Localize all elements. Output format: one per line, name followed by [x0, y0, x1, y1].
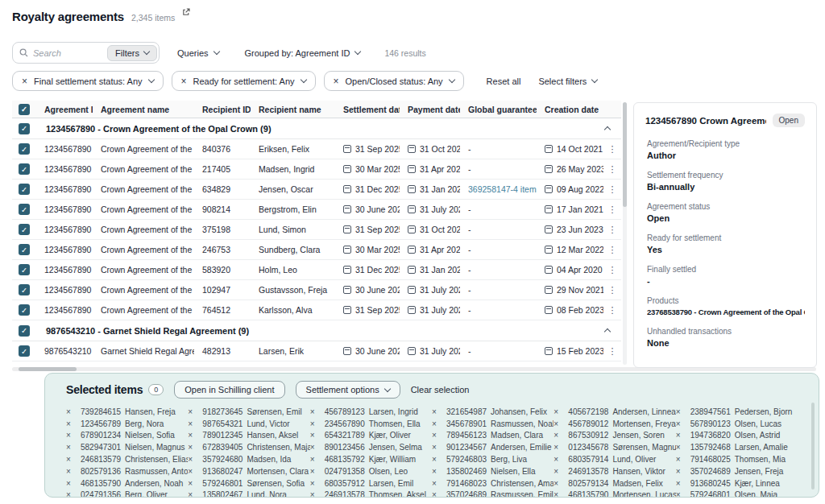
row-checkbox[interactable]: ✓	[19, 244, 30, 255]
close-icon[interactable]: ×	[432, 479, 439, 488]
kebab-menu-icon[interactable]: ⋮	[603, 346, 621, 357]
row-checkbox[interactable]: ✓	[19, 184, 30, 195]
close-icon[interactable]: ×	[310, 467, 317, 476]
close-icon[interactable]: ×	[676, 455, 683, 464]
filters-button[interactable]: Filters	[107, 45, 157, 61]
close-icon[interactable]: ×	[188, 419, 195, 428]
chevron-up-icon[interactable]	[604, 126, 611, 133]
close-icon[interactable]: ×	[310, 455, 317, 464]
close-icon[interactable]: ×	[676, 419, 683, 428]
close-icon[interactable]: ×	[66, 467, 73, 476]
table-row[interactable]: ✓1234567890Crown Agreement of the Opa...…	[12, 139, 621, 159]
close-icon[interactable]: ×	[66, 419, 73, 428]
table-row[interactable]: ✓1234567890Crown Agreement of the Opa...…	[12, 280, 621, 300]
column-header-global-guarantee[interactable]: Global guarantee ?	[460, 105, 537, 114]
table-row[interactable]: ✓1234567890Crown Agreement of the Opa...…	[12, 300, 621, 320]
reset-all-button[interactable]: Reset all	[487, 76, 521, 86]
close-icon[interactable]: ×	[188, 443, 195, 452]
group-header-row[interactable]: ✓1234567890 - Crown Agreement of the Opa…	[12, 118, 621, 139]
queries-dropdown[interactable]: Queries	[177, 48, 219, 58]
close-icon[interactable]: ×	[66, 490, 73, 498]
close-icon[interactable]: ×	[676, 490, 683, 498]
grouped-by-dropdown[interactable]: Grouped by: Agreement ID	[245, 48, 361, 58]
close-icon[interactable]: ×	[432, 467, 439, 476]
close-icon[interactable]: ×	[181, 76, 187, 86]
scrollbar-thumb[interactable]	[19, 367, 77, 371]
column-header-agreement-id[interactable]: Agreement ID	[36, 105, 93, 114]
row-checkbox[interactable]: ✓	[19, 143, 30, 155]
external-link-icon[interactable]	[182, 8, 190, 16]
table-row[interactable]: ✓1234567890Crown Agreement of the Opa...…	[12, 240, 621, 260]
close-icon[interactable]: ×	[188, 467, 195, 476]
table-row[interactable]: ✓1234567890Crown Agreement of the Opa...…	[12, 180, 621, 200]
close-icon[interactable]: ×	[432, 407, 439, 416]
close-icon[interactable]: ×	[334, 76, 339, 86]
search-box[interactable]: Filters	[12, 42, 160, 64]
column-header-recipient-name[interactable]: Recipient name	[251, 105, 335, 114]
row-checkbox[interactable]: ✓	[19, 163, 30, 175]
table-row[interactable]: ✓1234567890Crown Agreement of the Opa...…	[12, 159, 621, 180]
close-icon[interactable]: ×	[188, 490, 195, 498]
table-row[interactable]: ✓9876543210Garnet Shield Regal Agreeme..…	[12, 341, 621, 361]
close-icon[interactable]: ×	[432, 419, 439, 428]
close-icon[interactable]: ×	[432, 431, 439, 440]
close-icon[interactable]: ×	[676, 467, 683, 476]
close-icon[interactable]: ×	[310, 431, 317, 440]
table-row[interactable]: ✓1234567890Crown Agreement of the Opa...…	[12, 220, 621, 240]
scrollbar-thumb[interactable]	[623, 102, 627, 207]
close-icon[interactable]: ×	[553, 467, 561, 476]
close-icon[interactable]: ×	[553, 490, 561, 498]
row-checkbox[interactable]: ✓	[19, 304, 30, 316]
row-checkbox[interactable]: ✓	[19, 325, 30, 337]
close-icon[interactable]: ×	[310, 407, 317, 416]
table-row[interactable]: ✓1234567890Crown Agreement of the Opa...…	[12, 200, 621, 220]
column-header-settlement-date[interactable]: Settlement date	[335, 105, 400, 114]
close-icon[interactable]: ×	[188, 455, 195, 464]
kebab-menu-icon[interactable]: ⋮	[603, 184, 621, 195]
kebab-menu-icon[interactable]: ⋮	[603, 245, 621, 255]
close-icon[interactable]: ×	[188, 431, 195, 440]
kebab-menu-icon[interactable]: ⋮	[603, 285, 621, 295]
close-icon[interactable]: ×	[66, 431, 73, 440]
close-icon[interactable]: ×	[676, 443, 683, 452]
kebab-menu-icon[interactable]: ⋮	[603, 265, 621, 275]
row-checkbox[interactable]: ✓	[19, 204, 30, 215]
chevron-up-icon[interactable]	[604, 328, 611, 335]
kebab-menu-icon[interactable]: ⋮	[603, 305, 621, 316]
row-checkbox[interactable]: ✓	[19, 264, 30, 275]
close-icon[interactable]: ×	[553, 407, 561, 416]
kebab-menu-icon[interactable]: ⋮	[603, 144, 621, 155]
table-vertical-scrollbar[interactable]	[623, 102, 627, 365]
close-icon[interactable]: ×	[310, 443, 317, 452]
close-icon[interactable]: ×	[432, 490, 439, 498]
column-header-recipient-id[interactable]: Recipient ID	[194, 105, 251, 114]
close-icon[interactable]: ×	[553, 443, 561, 452]
close-icon[interactable]: ×	[66, 443, 73, 452]
filter-chip[interactable]: ×Final settlement status: Any	[12, 71, 164, 91]
close-icon[interactable]: ×	[66, 455, 73, 464]
close-icon[interactable]: ×	[188, 407, 195, 416]
filter-chip[interactable]: ×Open/Closed status: Any	[324, 71, 464, 91]
kebab-menu-icon[interactable]: ⋮	[603, 204, 621, 215]
close-icon[interactable]: ×	[66, 407, 73, 416]
row-checkbox[interactable]: ✓	[19, 284, 30, 295]
close-icon[interactable]: ×	[432, 455, 439, 464]
row-checkbox[interactable]: ✓	[19, 345, 30, 357]
close-icon[interactable]: ×	[553, 431, 561, 440]
row-checkbox[interactable]: ✓	[19, 224, 30, 235]
close-icon[interactable]: ×	[66, 479, 73, 488]
close-icon[interactable]: ×	[676, 479, 683, 488]
search-input[interactable]	[33, 48, 106, 58]
close-icon[interactable]: ×	[188, 479, 195, 488]
table-row[interactable]: ✓1234567890Crown Agreement of the Opa...…	[12, 260, 621, 280]
close-icon[interactable]: ×	[676, 407, 683, 416]
select-filters-dropdown[interactable]: Select filters	[538, 76, 597, 86]
group-header-row[interactable]: ✓9876543210 - Garnet Shield Regal Agreem…	[12, 320, 621, 341]
open-in-schilling-client-button[interactable]: Open in Schilling client	[174, 381, 284, 399]
close-icon[interactable]: ×	[310, 490, 317, 498]
row-checkbox[interactable]: ✓	[19, 123, 30, 134]
close-icon[interactable]: ×	[676, 431, 683, 440]
column-header-payment-date[interactable]: Payment date	[400, 105, 460, 114]
clear-selection-button[interactable]: Clear selection	[411, 385, 470, 395]
filter-chip[interactable]: ×Ready for settlement: Any	[172, 71, 316, 91]
